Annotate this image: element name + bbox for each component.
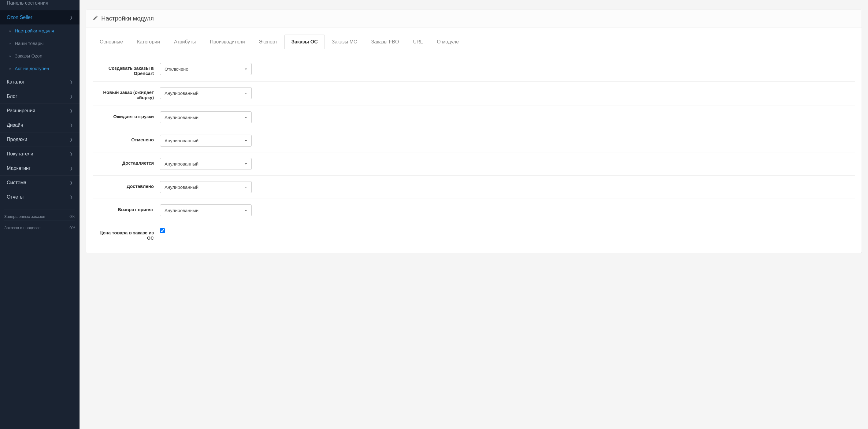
sidebar-item-label: Акт не доступен — [15, 66, 73, 71]
panel-body: Основные Категории Атрибуты Производител… — [86, 28, 862, 253]
stat-bar — [4, 221, 75, 221]
tab-categories[interactable]: Категории — [130, 35, 167, 49]
checkbox-price-from-oc[interactable] — [160, 228, 165, 233]
tab-export[interactable]: Экспорт — [252, 35, 284, 49]
sidebar-item-label: Маркетинг — [7, 165, 31, 171]
sidebar-item-marketing[interactable]: Маркетинг ❯ — [0, 161, 80, 175]
settings-panel: Настройки модуля Основные Категории Атри… — [86, 9, 862, 253]
label-delivered: Доставлено — [93, 181, 160, 189]
double-chevron-icon: » — [9, 41, 11, 45]
chevron-right-icon: ❯ — [70, 80, 73, 84]
row-return-accepted: Возврат принят Анулированный — [93, 199, 855, 222]
double-chevron-icon: » — [9, 54, 11, 58]
label-price-from-oc: Цена товара в заказе из ОС — [93, 228, 160, 241]
label-new-order: Новый заказ (ожидает сборку) — [93, 87, 160, 100]
sidebar-item-label: Заказы Ozon — [15, 53, 73, 58]
row-cancelled: Отменено Анулированный — [93, 129, 855, 152]
label-delivering: Доставляется — [93, 158, 160, 165]
sidebar-item-design[interactable]: Дизайн ❯ — [0, 118, 80, 132]
tab-orders-fbo[interactable]: Заказы FBO — [364, 35, 406, 49]
stat-label: Завершенных заказов — [4, 214, 45, 219]
tab-url[interactable]: URL — [406, 35, 430, 49]
chevron-right-icon: ❯ — [70, 123, 73, 127]
select-new-order[interactable]: Анулированный — [160, 87, 252, 99]
sidebar-item-extensions[interactable]: Расширения ❯ — [0, 103, 80, 118]
chevron-right-icon: ❯ — [70, 94, 73, 98]
double-chevron-icon: » — [9, 67, 11, 70]
select-delivering[interactable]: Анулированный — [160, 158, 252, 170]
chevron-right-icon: ❯ — [70, 181, 73, 185]
select-delivered[interactable]: Анулированный — [160, 181, 252, 193]
double-chevron-icon: » — [9, 29, 11, 33]
label-create-orders: Создавать заказы в Opencart — [93, 63, 160, 76]
label-return-accepted: Возврат принят — [93, 205, 160, 212]
tab-orders-oc[interactable]: Заказы ОС — [284, 35, 325, 49]
row-awaiting-ship: Ожидает отгрузки Анулированный — [93, 106, 855, 129]
select-awaiting-ship[interactable]: Анулированный — [160, 112, 252, 123]
sidebar-sub-orders-ozon[interactable]: » Заказы Ozon — [0, 50, 80, 62]
sidebar-item-label: Дизайн — [7, 122, 23, 128]
chevron-right-icon: ❯ — [70, 166, 73, 171]
tab-main[interactable]: Основные — [93, 35, 130, 49]
stat-value: 0% — [69, 225, 75, 230]
sidebar: Панель состояния Ozon Seller ❯ » Настрой… — [0, 0, 80, 429]
row-new-order: Новый заказ (ожидает сборку) Анулированн… — [93, 82, 855, 106]
sidebar-item-reports[interactable]: Отчеты ❯ — [0, 190, 80, 204]
label-cancelled: Отменено — [93, 135, 160, 142]
sidebar-item-label: Отчеты — [7, 194, 24, 200]
chevron-right-icon: ❯ — [70, 109, 73, 113]
select-cancelled[interactable]: Анулированный — [160, 135, 252, 147]
sidebar-item-label: Блог — [7, 94, 18, 99]
sidebar-item-label: Продажи — [7, 137, 27, 142]
row-create-orders: Создавать заказы в Opencart Отключено — [93, 58, 855, 82]
panel-header: Настройки модуля — [86, 9, 862, 28]
chevron-right-icon: ❯ — [70, 195, 73, 199]
select-return-accepted[interactable]: Анулированный — [160, 205, 252, 216]
sidebar-item-label: Наши товары — [15, 41, 73, 46]
sidebar-item-dashboard[interactable]: Панель состояния — [0, 0, 80, 10]
tab-about[interactable]: О модуле — [430, 35, 466, 49]
stat-completed-orders: Завершенных заказов 0% — [4, 214, 75, 219]
tabs: Основные Категории Атрибуты Производител… — [93, 35, 855, 49]
label-awaiting-ship: Ожидает отгрузки — [93, 112, 160, 119]
tab-attributes[interactable]: Атрибуты — [167, 35, 203, 49]
sidebar-stats: Завершенных заказов 0% Заказов в процесс… — [4, 210, 75, 232]
sidebar-item-label: Покупатели — [7, 151, 33, 157]
sidebar-item-system[interactable]: Система ❯ — [0, 175, 80, 190]
select-create-orders[interactable]: Отключено — [160, 63, 252, 75]
stat-value: 0% — [69, 214, 75, 219]
row-delivered: Доставлено Анулированный — [93, 176, 855, 199]
sidebar-sub-act-unavailable[interactable]: » Акт не доступен — [0, 62, 80, 75]
tab-orders-mc[interactable]: Заказы МС — [325, 35, 364, 49]
sidebar-item-sales[interactable]: Продажи ❯ — [0, 132, 80, 147]
sidebar-sub-settings[interactable]: » Настройки модуля — [0, 25, 80, 37]
sidebar-sub-our-products[interactable]: » Наши товары — [0, 37, 80, 50]
panel-title: Настройки модуля — [101, 15, 154, 22]
chevron-right-icon: ❯ — [70, 15, 73, 20]
row-delivering: Доставляется Анулированный — [93, 152, 855, 176]
sidebar-item-label: Панель состояния — [7, 0, 48, 6]
sidebar-item-label: Система — [7, 180, 26, 185]
main-content: Настройки модуля Основные Категории Атри… — [80, 0, 868, 429]
pencil-icon — [93, 15, 98, 22]
chevron-right-icon: ❯ — [70, 152, 73, 156]
sidebar-item-ozon-seller[interactable]: Ozon Seller ❯ — [0, 10, 80, 25]
sidebar-item-blog[interactable]: Блог ❯ — [0, 89, 80, 103]
sidebar-item-label: Ozon Seller — [7, 15, 32, 20]
sidebar-item-customers[interactable]: Покупатели ❯ — [0, 147, 80, 161]
tab-manufacturers[interactable]: Производители — [203, 35, 252, 49]
stat-in-progress-orders: Заказов в процессе 0% — [4, 225, 75, 230]
sidebar-item-label: Настройки модуля — [15, 28, 73, 33]
row-price-from-oc: Цена товара в заказе из ОС — [93, 222, 855, 246]
sidebar-item-catalog[interactable]: Каталог ❯ — [0, 75, 80, 89]
sidebar-item-label: Каталог — [7, 79, 25, 85]
stat-label: Заказов в процессе — [4, 225, 40, 230]
chevron-right-icon: ❯ — [70, 137, 73, 142]
sidebar-item-label: Расширения — [7, 108, 35, 114]
